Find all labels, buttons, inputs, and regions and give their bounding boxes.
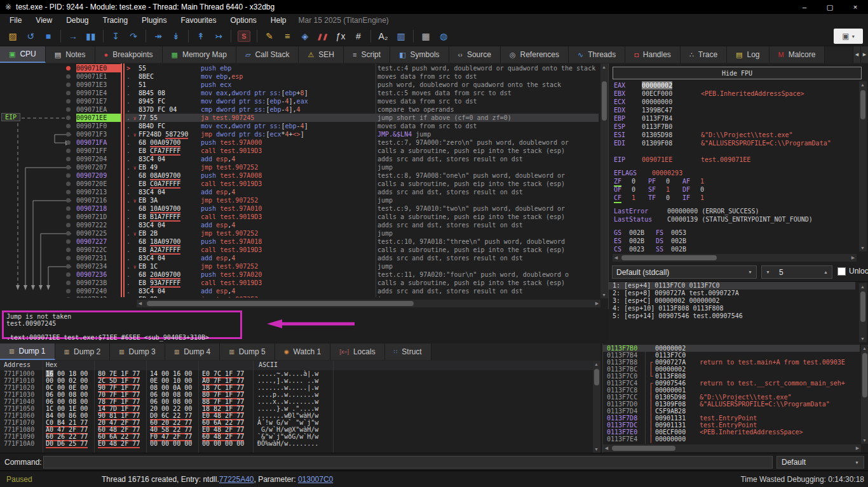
- toolbar-run-to-cursor-icon[interactable]: ↣: [210, 29, 227, 44]
- tab-struct[interactable]: ∷Struct: [385, 344, 431, 360]
- flag-name[interactable]: TF: [648, 194, 656, 202]
- stack-hscrollbar[interactable]: ◀ ▶: [603, 444, 861, 452]
- stack-row[interactable]: 0113F7D4│C5F9AB28: [603, 408, 860, 415]
- flag-name[interactable]: PF: [648, 177, 656, 185]
- stack-row[interactable]: 0113F7E4│00000000: [603, 436, 860, 443]
- toolbar-fx-icon[interactable]: ƒx: [332, 29, 349, 44]
- menu-options[interactable]: Options: [223, 15, 263, 26]
- menu-view[interactable]: View: [29, 15, 59, 26]
- breakpoint-dot[interactable]: [66, 66, 71, 70]
- tab-watch-1[interactable]: ◉Watch 1: [275, 344, 330, 360]
- toolbar-run-to-user-code-icon[interactable]: ↠: [150, 29, 166, 44]
- tab-symbols[interactable]: ◧Symbols: [390, 46, 449, 63]
- register-row[interactable]: GS002BFS0053: [609, 229, 859, 237]
- disasm-row[interactable]: 009071F0.8B4D FCmov ecx,dword ptr ss:[eb…: [0, 122, 600, 130]
- toolbar-execute-till-return-icon[interactable]: ↟: [193, 29, 209, 44]
- register-row[interactable]: ZF0PF0AF1: [609, 177, 859, 185]
- flag-value[interactable]: 0: [666, 194, 670, 202]
- dump-row[interactable]: 771F1070C0 B4 21 7720 47 2F 7760 20 22 7…: [0, 419, 593, 426]
- breakpoint-gutter-dot[interactable]: [66, 281, 71, 285]
- tab-memory-map[interactable]: ▦Memory Map: [163, 46, 236, 63]
- stack-row[interactable]: 0113F7D8│00901131test.EntryPoint: [603, 415, 860, 422]
- tab-scroll-left-icon[interactable]: ◀: [853, 46, 860, 63]
- calling-convention-select[interactable]: Default (stdcall) ▼: [612, 265, 757, 279]
- toolbar-pause-icon[interactable]: ▮▮: [83, 29, 99, 44]
- breakpoint-gutter-dot[interactable]: [66, 132, 71, 137]
- flag-value[interactable]: 0: [666, 177, 670, 185]
- breakpoint-gutter-dot[interactable]: [66, 83, 71, 87]
- stack-row[interactable]: 0113F7DC│00901131test.EntryPoint: [603, 422, 860, 429]
- breakpoint-gutter-dot[interactable]: [66, 289, 71, 293]
- hex-group[interactable]: D0 D6 25 77: [46, 440, 88, 448]
- tab-cpu[interactable]: ▣CPU: [0, 46, 46, 63]
- argument-row[interactable]: 1: [esp+4] 0113F7C0 0113F7C0: [609, 282, 855, 290]
- stack-row[interactable]: 0113F7B40113F7C0: [603, 352, 860, 359]
- flag-name[interactable]: SF: [648, 185, 656, 194]
- disasm-row[interactable]: 009071E4.8B45 08mov eax,dword ptr ss:[eb…: [0, 89, 600, 97]
- register-row[interactable]: EDI01309F08&"ALLUSERSPROFILE=C:\\Program…: [609, 139, 859, 147]
- dump-row[interactable]: 771F104006 00 08 0078 7F 1F 7706 00 08 0…: [0, 398, 593, 405]
- breakpoint-gutter-dot[interactable]: [66, 140, 71, 145]
- argument-row[interactable]: 5: [esp+14] 00907546 test.00907546: [609, 312, 855, 320]
- disasm-row[interactable]: 009071F3. ∨FF248D 587290jmp dword ptr ds…: [0, 130, 600, 138]
- breakpoint-gutter-dot[interactable]: [66, 149, 71, 153]
- dump-row[interactable]: 771F100016 00 18 0080 7E 1F 7714 00 16 0…: [0, 370, 593, 377]
- toolbar-globe-icon[interactable]: ◍: [435, 29, 452, 44]
- flag-value[interactable]: 1: [700, 177, 704, 185]
- stack-row[interactable]: 0113F7B000000002: [603, 345, 860, 352]
- toolbar-run-icon[interactable]: →: [65, 29, 81, 44]
- disasm-row[interactable]: 00907213.83C4 04add esp,4adds src and ds…: [0, 188, 600, 196]
- register-row[interactable]: ESP0113F7B0: [609, 123, 859, 131]
- disasm-row[interactable]: 00907227.68 18A09700push test.97A018test…: [0, 237, 600, 246]
- disasm-row[interactable]: 00907236.68 20A09700push test.97A020test…: [0, 270, 600, 279]
- tab-dump-4[interactable]: ▥Dump 4: [165, 344, 220, 360]
- disasm-row[interactable]: 009071FF.E8 CFA7FFFFcall test.9019D3call…: [0, 147, 600, 155]
- checkbox-box[interactable]: [837, 267, 846, 276]
- toolbar-script-icon[interactable]: S: [238, 30, 250, 42]
- register-row[interactable]: ES002BDS002B: [609, 237, 859, 245]
- toolbar-step-into-icon[interactable]: ↧: [107, 29, 124, 44]
- register-row[interactable]: EIP009071EEtest.009071EE: [609, 156, 859, 164]
- breakpoint-gutter-dot[interactable]: [66, 215, 71, 219]
- disasm-row[interactable]: 00907209.68 08A09700push test.97A008test…: [0, 171, 600, 180]
- tab-scroll-right-icon[interactable]: ▶: [860, 46, 868, 63]
- hex-group[interactable]: 06 00 08 00: [46, 391, 88, 398]
- argument-row[interactable]: 4: [esp+10] 0113F808 0113F808: [609, 305, 855, 312]
- flag-name[interactable]: CF: [614, 194, 621, 203]
- stepper-up-icon[interactable]: ▲: [824, 270, 828, 274]
- command-profile-select[interactable]: Default ▼: [776, 456, 864, 469]
- flag-name[interactable]: AF: [682, 177, 690, 185]
- toolbar-preferences-icon[interactable]: ▥: [393, 29, 409, 44]
- breakpoint-gutter-dot[interactable]: [66, 107, 71, 112]
- tab-log[interactable]: ▤Log: [727, 46, 769, 63]
- register-row[interactable]: EBX00ECF000<PEB.InheritedAddressSpace>: [609, 90, 859, 98]
- breakpoint-gutter-dot[interactable]: [66, 116, 71, 120]
- toolbar-open-file-icon[interactable]: ▨: [4, 29, 21, 44]
- hex-group[interactable]: 1C 00 1E 00: [46, 405, 88, 412]
- hex-group[interactable]: 06 00 08 00: [46, 398, 88, 405]
- close-button[interactable]: ×: [843, 0, 868, 14]
- tab-locals[interactable]: [x=]Locals: [330, 344, 384, 360]
- tab-dump-2[interactable]: ▥Dump 2: [55, 344, 111, 360]
- register-row[interactable]: LastStatusC0000139 (STATUS_ENTRYPOINT_NO…: [609, 215, 859, 223]
- arg-count-stepper[interactable]: ▼ 5 ▲: [761, 265, 832, 279]
- stepper-down-icon[interactable]: ▼: [766, 270, 770, 274]
- disasm-row[interactable]: 00907207. ∨EB 49jmp test.907252jump: [0, 163, 600, 171]
- stack-vscrollbar[interactable]: ▲ ▼: [861, 345, 868, 444]
- breakpoint-gutter-dot[interactable]: [66, 182, 71, 186]
- disasm-row[interactable]: 00907218.68 10A09700push test.97A010test…: [0, 204, 600, 213]
- dump-row[interactable]: 771F103006 00 08 0070 7F 1F 7706 00 08 0…: [0, 391, 593, 398]
- toolbar-stop-icon[interactable]: ■: [40, 29, 57, 44]
- flag-value[interactable]: 0: [632, 185, 635, 194]
- stack-row[interactable]: 0113F7C8│00000001: [603, 387, 860, 394]
- dump-row[interactable]: 771F10A0D0 D6 25 77E0 48 2F 7700 00 00 0…: [0, 440, 593, 447]
- breakpoint-gutter-dot[interactable]: [66, 157, 71, 161]
- breakpoint-gutter-dot[interactable]: [66, 239, 71, 244]
- dump-row[interactable]: 771F109060 26 22 7760 6A 22 77F0 47 2F 7…: [0, 433, 593, 440]
- hide-fpu-button[interactable]: Hide FPU: [613, 67, 862, 79]
- tab-source[interactable]: ‹›Source: [449, 46, 501, 63]
- unlocked-checkbox[interactable]: Unlocked: [837, 267, 868, 276]
- tab-dump-3[interactable]: ▥Dump 3: [110, 344, 165, 360]
- hex-group[interactable]: 06 00 08 00: [150, 398, 192, 405]
- disasm-row[interactable]: 0090720E.E8 C0A7FFFFcall test.9019D3call…: [0, 180, 600, 188]
